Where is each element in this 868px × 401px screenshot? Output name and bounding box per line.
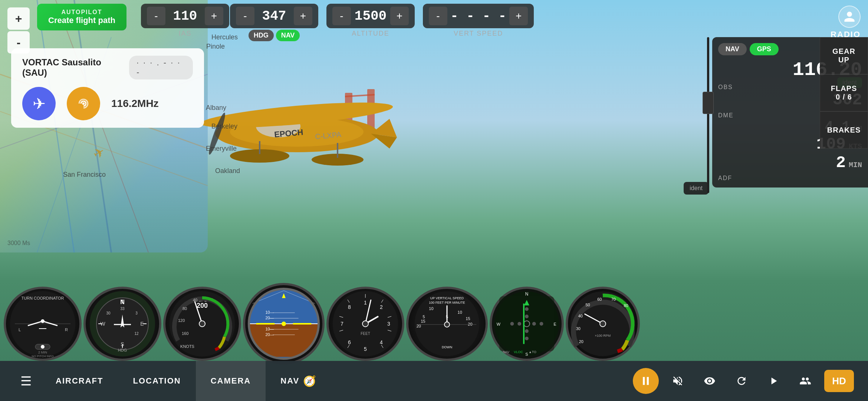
svg-text:NAV: NAV bbox=[503, 350, 510, 354]
svg-point-125 bbox=[532, 322, 536, 326]
flaps-button[interactable]: FLAPS 0 / 6 bbox=[820, 74, 868, 111]
hd-badge-button[interactable]: HD bbox=[824, 370, 854, 392]
vs-label: VERT SPEED bbox=[454, 30, 503, 38]
svg-point-61 bbox=[199, 321, 205, 327]
zoom-in-button[interactable]: + bbox=[7, 7, 30, 30]
svg-text:TURN COORDINATOR: TURN COORDINATOR bbox=[21, 296, 64, 300]
svg-text:NO PITCH INFO: NO PITCH INFO bbox=[32, 355, 54, 358]
vertical-speed-indicator: UP VERTICAL SPEED 100 FEET PER MINUTE 5 … bbox=[406, 287, 488, 361]
play-button[interactable] bbox=[760, 368, 786, 394]
svg-text:S: S bbox=[525, 352, 528, 356]
vortac-frequency: 116.2MHz bbox=[111, 98, 159, 110]
svg-point-81 bbox=[282, 322, 286, 326]
svg-text:40: 40 bbox=[578, 314, 583, 318]
svg-rect-153 bbox=[647, 377, 649, 385]
svg-text:10: 10 bbox=[458, 310, 462, 314]
attitude-indicator: 20— 10— 10— 20— bbox=[243, 283, 325, 365]
camera-nav-item[interactable]: CAMERA bbox=[196, 361, 266, 401]
eye-button[interactable] bbox=[697, 368, 723, 394]
svg-text:80: 80 bbox=[624, 303, 628, 308]
ias-plus-button[interactable]: + bbox=[205, 7, 223, 25]
svg-text:33: 33 bbox=[120, 307, 125, 311]
min-value: 2 bbox=[836, 153, 846, 172]
svg-rect-152 bbox=[643, 377, 645, 385]
svg-text:1: 1 bbox=[364, 300, 367, 306]
city-label-berkeley: Berkeley bbox=[211, 123, 237, 130]
svg-text:N: N bbox=[525, 291, 529, 297]
location-nav-item[interactable]: LOCATION bbox=[118, 361, 195, 401]
aircraft-nav-item[interactable]: AIRCRAFT bbox=[41, 361, 118, 401]
svg-text:60: 60 bbox=[597, 297, 602, 301]
svg-text:20—: 20— bbox=[265, 332, 274, 337]
ias-label: IAS bbox=[178, 30, 191, 38]
vert-speed-control: - - - - - + VERT SPEED bbox=[423, 4, 534, 37]
hd-label: HD bbox=[832, 375, 846, 387]
vertical-speed-slider[interactable] bbox=[703, 37, 714, 193]
svg-text:15: 15 bbox=[466, 316, 470, 321]
hdg-mode-badge[interactable]: HDG bbox=[249, 30, 274, 41]
svg-text:20—: 20— bbox=[265, 316, 274, 320]
vs-plus-button[interactable]: + bbox=[509, 7, 528, 25]
svg-rect-69 bbox=[249, 324, 319, 357]
hdg-value: 347 bbox=[257, 9, 291, 24]
svg-text:30: 30 bbox=[106, 311, 111, 315]
svg-text:KNOTS: KNOTS bbox=[180, 344, 194, 349]
hdg-minus-button[interactable]: - bbox=[236, 7, 254, 25]
svg-text:3: 3 bbox=[387, 321, 390, 327]
gear-state-label: UP bbox=[838, 56, 849, 64]
svg-point-123 bbox=[510, 322, 514, 326]
svg-point-127 bbox=[525, 307, 529, 311]
gear-button[interactable]: GEAR UP bbox=[820, 37, 868, 74]
svg-text:8: 8 bbox=[348, 304, 351, 310]
hdg-plus-button[interactable]: + bbox=[294, 7, 312, 25]
mute-button[interactable] bbox=[665, 368, 691, 394]
vortac-fly-button[interactable]: ✈ bbox=[22, 87, 56, 120]
svg-point-26 bbox=[82, 102, 85, 105]
alt-minus-button[interactable]: - bbox=[332, 7, 351, 25]
slider-handle[interactable] bbox=[703, 92, 714, 114]
vortac-freq-button[interactable] bbox=[67, 87, 100, 120]
gear-label: GEAR bbox=[832, 47, 855, 56]
map-controls: + - bbox=[7, 7, 30, 53]
svg-text:L: L bbox=[19, 327, 21, 332]
svg-point-128 bbox=[525, 314, 529, 318]
svg-text:W: W bbox=[497, 322, 501, 326]
svg-text:10—: 10— bbox=[265, 327, 274, 331]
autopilot-button[interactable]: AUTOPILOT Create flight path bbox=[37, 4, 126, 30]
svg-text:4: 4 bbox=[380, 339, 383, 345]
brakes-label: BRAKES bbox=[827, 126, 861, 134]
svg-text:12: 12 bbox=[134, 332, 139, 336]
brakes-button[interactable]: BRAKES bbox=[820, 111, 868, 149]
nav-mode-badge[interactable]: NAV bbox=[276, 30, 300, 41]
city-label-oakland: Oakland bbox=[215, 167, 240, 175]
svg-point-104 bbox=[362, 321, 368, 327]
ias-minus-button[interactable]: - bbox=[147, 7, 165, 25]
refresh-button[interactable] bbox=[729, 368, 754, 394]
user-icon[interactable] bbox=[838, 6, 861, 28]
svg-text:5: 5 bbox=[423, 314, 425, 319]
vortac-panel: VORTAC Sausalito (SAU) · · · . - · · - ✈… bbox=[11, 48, 204, 128]
nav-compass-icon: 🧭 bbox=[303, 375, 317, 387]
alt-plus-button[interactable]: + bbox=[390, 7, 409, 25]
hdg-control: - 347 + HDG NAV bbox=[230, 4, 318, 37]
alt-value: 1500 bbox=[354, 9, 387, 24]
flaps-label: FLAPS bbox=[831, 84, 857, 93]
svg-text:80: 80 bbox=[183, 306, 187, 311]
adf-label: ADF bbox=[718, 175, 862, 182]
svg-text:3: 3 bbox=[135, 311, 138, 315]
city-label-albany: Albany bbox=[206, 104, 226, 112]
svg-text:HDG: HDG bbox=[118, 348, 127, 352]
menu-icon[interactable]: ☰ bbox=[11, 374, 41, 388]
nav-mode-button[interactable]: NAV bbox=[718, 43, 747, 55]
pause-button[interactable] bbox=[633, 368, 659, 394]
svg-text:20: 20 bbox=[579, 339, 583, 344]
svg-text:3000 Ms: 3000 Ms bbox=[7, 240, 30, 246]
svg-text:70: 70 bbox=[611, 297, 616, 301]
users-button[interactable] bbox=[792, 368, 818, 394]
svg-point-129 bbox=[525, 329, 529, 333]
nav-item[interactable]: NAV 🧭 bbox=[266, 361, 332, 401]
vs-minus-button[interactable]: - bbox=[429, 7, 447, 25]
gps-mode-button[interactable]: GPS bbox=[750, 43, 779, 55]
svg-text:VLOC: VLOC bbox=[514, 350, 523, 354]
svg-text:15: 15 bbox=[421, 319, 425, 323]
